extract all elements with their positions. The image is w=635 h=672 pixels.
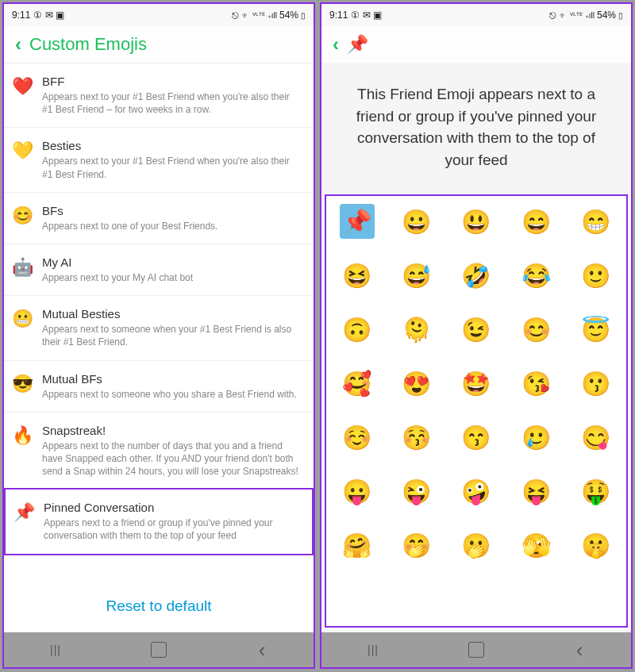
- nav-recent-icon[interactable]: [48, 642, 64, 658]
- emoji-option[interactable]: 🤑: [578, 474, 613, 509]
- emoji-option[interactable]: ☺️: [340, 420, 375, 455]
- status-right-icons: ⎋ ᯤ ⱽᴸᵀᴱ ₊ıll: [232, 11, 277, 20]
- emoji-grid: 📌😀😃😄😁😆😅🤣😂🙂🙃🫠😉😊😇🥰😍🤩😘😗☺️😚😙🥲😋😛😜🤪😝🤑🤗🤭🫢🫣🤫: [334, 204, 618, 563]
- phone-screen-left: 9:11 ① ✉ ▣ ⎋ ᯤ ⱽᴸᵀᴱ ₊ıll 54% ▯ ‹ Custom …: [2, 2, 315, 669]
- emoji-option[interactable]: 🤣: [459, 258, 494, 293]
- nav-home-icon[interactable]: [468, 642, 484, 658]
- emoji-setting-title: My AI: [42, 255, 302, 269]
- emoji-setting-title: Snapstreak!: [42, 424, 302, 437]
- app-header: ‹ Custom Emojis: [4, 26, 314, 63]
- nav-home-icon[interactable]: [151, 642, 167, 658]
- status-right-icons: ⎋ ᯤ ⱽᴸᵀᴱ ₊ıll: [549, 11, 595, 20]
- emoji-option[interactable]: 📌: [340, 204, 375, 239]
- emoji-option[interactable]: 🤪: [459, 474, 494, 509]
- battery-icon: ▯: [301, 11, 306, 20]
- android-nav-bar: [4, 632, 314, 667]
- status-left-icons: ① ✉ ▣: [351, 10, 382, 21]
- emoji-icon: 😬: [12, 309, 33, 329]
- emoji-setting-title: Pinned Conversation: [44, 501, 301, 514]
- status-battery-pct: 54%: [279, 10, 298, 21]
- emoji-option[interactable]: 🫠: [399, 312, 434, 347]
- emoji-setting-row[interactable]: ❤️BFFAppears next to your #1 Best Friend…: [4, 63, 314, 128]
- emoji-setting-row[interactable]: 💛BestiesAppears next to your #1 Best Fri…: [4, 128, 314, 192]
- emoji-icon: 🔥: [12, 425, 33, 446]
- status-left-icons: ① ✉ ▣: [33, 10, 64, 21]
- emoji-option[interactable]: 😁: [578, 204, 613, 239]
- nav-back-icon[interactable]: [572, 642, 587, 658]
- status-bar: 9:11 ① ✉ ▣ ⎋ ᯤ ⱽᴸᵀᴱ ₊ıll 54% ▯: [321, 4, 631, 26]
- battery-icon: ▯: [618, 11, 623, 20]
- emoji-setting-desc: Appears next to your My AI chat bot: [42, 271, 302, 284]
- phone-screen-right: 9:11 ① ✉ ▣ ⎋ ᯤ ⱽᴸᵀᴱ ₊ıll 54% ▯ ‹ 📌 This …: [320, 2, 633, 669]
- emoji-option[interactable]: 🙂: [578, 258, 613, 293]
- emoji-picker: 📌😀😃😄😁😆😅🤣😂🙂🙃🫠😉😊😇🥰😍🤩😘😗☺️😚😙🥲😋😛😜🤪😝🤑🤗🤭🫢🫣🤫: [325, 194, 628, 628]
- emoji-option[interactable]: 😄: [518, 204, 553, 239]
- emoji-setting-title: Mutual BFs: [42, 372, 302, 386]
- emoji-setting-title: BFs: [42, 204, 302, 217]
- emoji-option[interactable]: 😂: [518, 258, 553, 293]
- emoji-option[interactable]: 🥰: [340, 366, 375, 401]
- emoji-icon: 💛: [12, 140, 33, 161]
- emoji-option[interactable]: 🤗: [340, 528, 375, 563]
- emoji-setting-desc: Appears next to someone who you share a …: [42, 388, 302, 401]
- emoji-option[interactable]: 😉: [459, 312, 494, 347]
- emoji-setting-row[interactable]: 🤖My AIAppears next to your My AI chat bo…: [4, 244, 314, 296]
- emoji-icon: 📌: [13, 502, 34, 523]
- emoji-icon: 😎: [12, 374, 33, 394]
- emoji-option[interactable]: 😋: [578, 420, 613, 455]
- emoji-setting-row[interactable]: 😬Mutual BestiesAppears next to someone w…: [4, 296, 314, 360]
- nav-back-icon[interactable]: [254, 642, 270, 658]
- reset-to-default-button[interactable]: Reset to default: [4, 585, 314, 632]
- status-bar: 9:11 ① ✉ ▣ ⎋ ᯤ ⱽᴸᵀᴱ ₊ıll 54% ▯: [4, 4, 314, 26]
- back-button[interactable]: ‹: [15, 35, 21, 54]
- emoji-option[interactable]: 😆: [340, 258, 375, 293]
- emoji-option[interactable]: 😝: [518, 474, 553, 509]
- emoji-option[interactable]: 😛: [340, 474, 375, 509]
- emoji-option[interactable]: 😀: [399, 204, 434, 239]
- emoji-description-text: This Friend Emoji appears next to a frie…: [321, 63, 631, 194]
- nav-recent-icon[interactable]: [365, 642, 381, 658]
- emoji-option[interactable]: 🤩: [459, 366, 494, 401]
- status-time: 9:11: [329, 10, 348, 21]
- emoji-option[interactable]: 😍: [399, 366, 434, 401]
- android-nav-bar: [321, 632, 631, 667]
- emoji-option[interactable]: 😊: [518, 312, 553, 347]
- emoji-icon: ❤️: [12, 76, 33, 97]
- emoji-option[interactable]: 🙃: [340, 312, 375, 347]
- current-emoji-icon: 📌: [347, 34, 368, 55]
- emoji-option[interactable]: 😃: [459, 204, 494, 239]
- emoji-icon: 😊: [12, 205, 33, 226]
- emoji-setting-title: Besties: [42, 139, 302, 152]
- emoji-option[interactable]: 🤭: [399, 528, 434, 563]
- emoji-setting-desc: Appears next to one of your Best Friends…: [42, 220, 302, 232]
- custom-emoji-list[interactable]: ❤️BFFAppears next to your #1 Best Friend…: [4, 63, 314, 585]
- emoji-setting-row[interactable]: 😊BFsAppears next to one of your Best Fri…: [4, 193, 314, 244]
- emoji-setting-desc: Appears next to your #1 Best Friend when…: [42, 155, 302, 180]
- emoji-setting-row[interactable]: 🔥Snapstreak!Appears next to the number o…: [4, 413, 314, 490]
- emoji-option[interactable]: 😇: [578, 312, 613, 347]
- emoji-option[interactable]: 😜: [399, 474, 434, 509]
- page-title: Custom Emojis: [29, 34, 147, 55]
- emoji-setting-title: BFF: [42, 75, 302, 88]
- emoji-icon: 🤖: [12, 257, 33, 278]
- status-battery-pct: 54%: [597, 10, 616, 21]
- emoji-option[interactable]: 😘: [518, 366, 553, 401]
- emoji-setting-desc: Appears next to the number of days that …: [42, 440, 302, 478]
- emoji-option[interactable]: 🫣: [518, 528, 553, 563]
- emoji-setting-desc: Appears next to someone when your #1 Bes…: [42, 323, 302, 348]
- emoji-option[interactable]: 😙: [459, 420, 494, 455]
- status-time: 9:11: [12, 10, 30, 21]
- emoji-option[interactable]: 😅: [399, 258, 434, 293]
- emoji-setting-row[interactable]: 😎Mutual BFsAppears next to someone who y…: [4, 361, 314, 413]
- emoji-setting-desc: Appears next to a friend or group if you…: [44, 516, 301, 542]
- back-button[interactable]: ‹: [333, 35, 339, 54]
- emoji-option[interactable]: 🫢: [459, 528, 494, 563]
- app-header: ‹ 📌: [321, 26, 631, 63]
- emoji-setting-title: Mutual Besties: [42, 307, 302, 321]
- emoji-option[interactable]: 😚: [399, 420, 434, 455]
- emoji-option[interactable]: 😗: [578, 366, 613, 401]
- emoji-option[interactable]: 🤫: [578, 528, 613, 563]
- emoji-option[interactable]: 🥲: [518, 420, 553, 455]
- emoji-setting-desc: Appears next to your #1 Best Friend when…: [42, 90, 302, 116]
- emoji-setting-row[interactable]: 📌Pinned ConversationAppears next to a fr…: [4, 488, 314, 555]
